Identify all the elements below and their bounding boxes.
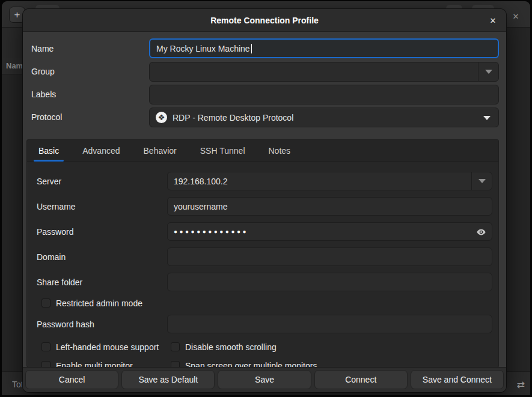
protocol-dropdown[interactable]: ❖ RDP - Remote Desktop Protocol xyxy=(149,108,499,127)
close-icon: ✕ xyxy=(513,12,519,21)
reveal-password-eye-icon[interactable] xyxy=(476,227,486,237)
tab-bar: Basic Advanced Behavior SSH Tunnel Notes xyxy=(27,140,498,162)
dialog-titlebar: Remote Connection Profile ✕ xyxy=(23,9,506,32)
domain-label: Domain xyxy=(37,252,66,262)
password-label: Password xyxy=(37,227,73,237)
chevron-down-icon xyxy=(483,116,491,120)
server-label: Server xyxy=(37,177,61,186)
name-label: Name xyxy=(31,44,54,53)
name-input-value: My Rocky Linux Machine xyxy=(156,44,250,53)
server-dropdown-button[interactable] xyxy=(471,172,492,190)
plus-icon: + xyxy=(14,9,20,21)
restricted-admin-label: Restricted admin mode xyxy=(56,299,142,308)
tab-ssh-tunnel[interactable]: SSH Tunnel xyxy=(196,140,249,162)
dialog-action-area: Cancel Save as Default Save Connect Save… xyxy=(23,367,506,392)
main-toolbar-strip xyxy=(2,28,23,58)
connect-button[interactable]: Connect xyxy=(314,370,408,389)
password-hash-label: Password hash xyxy=(37,320,94,329)
password-hash-input[interactable] xyxy=(167,315,492,333)
chevron-down-icon xyxy=(478,179,486,183)
close-icon: ✕ xyxy=(490,16,497,25)
disable-smooth-scrolling-checkbox[interactable] xyxy=(171,342,180,351)
protocol-label: Protocol xyxy=(31,112,62,122)
share-folder-label: Share folder xyxy=(37,277,82,287)
username-label: Username xyxy=(37,202,76,211)
save-button[interactable]: Save xyxy=(218,370,311,389)
group-combobox[interactable] xyxy=(149,62,499,82)
left-handed-mouse-label: Left-handed mouse support xyxy=(56,342,159,352)
server-combobox[interactable]: 192.168.100.2 xyxy=(167,172,492,190)
settings-notebook: Basic Advanced Behavior SSH Tunnel Notes… xyxy=(26,139,499,368)
group-dropdown-button[interactable] xyxy=(478,62,498,81)
text-cursor xyxy=(251,44,252,53)
rdp-protocol-icon: ❖ xyxy=(156,112,167,123)
labels-label: Labels xyxy=(31,89,56,99)
share-folder-input[interactable] xyxy=(167,273,492,291)
save-as-default-button[interactable]: Save as Default xyxy=(121,370,215,389)
password-masked-value: ●●●●●●●●●●●●● xyxy=(174,228,248,235)
left-handed-mouse-checkbox[interactable] xyxy=(41,342,50,351)
remote-connection-profile-dialog: Remote Connection Profile ✕ Name Group L… xyxy=(23,9,506,392)
username-input[interactable]: yourusername xyxy=(167,197,492,216)
cancel-button[interactable]: Cancel xyxy=(25,370,118,389)
chevron-down-icon xyxy=(485,70,492,74)
dialog-title: Remote Connection Profile xyxy=(210,16,319,25)
main-window-close-button[interactable]: ✕ xyxy=(509,10,522,23)
save-and-connect-button[interactable]: Save and Connect xyxy=(411,370,504,389)
domain-input[interactable] xyxy=(167,247,492,266)
username-value: yourusername xyxy=(174,202,228,211)
tab-notes[interactable]: Notes xyxy=(264,140,295,162)
tab-basic[interactable]: Basic xyxy=(34,140,63,162)
tab-behavior[interactable]: Behavior xyxy=(139,140,181,162)
labels-input[interactable] xyxy=(149,85,499,105)
protocol-value: RDP - Remote Desktop Protocol xyxy=(173,113,293,123)
disable-smooth-scrolling-label: Disable smooth scrolling xyxy=(185,342,277,352)
dialog-close-button[interactable]: ✕ xyxy=(486,13,500,28)
group-label: Group xyxy=(31,67,55,76)
restricted-admin-checkbox[interactable] xyxy=(41,299,50,308)
tab-advanced[interactable]: Advanced xyxy=(78,140,124,162)
password-input[interactable]: ●●●●●●●●●●●●● xyxy=(167,222,492,241)
name-input[interactable]: My Rocky Linux Machine xyxy=(149,38,499,58)
server-value: 192.168.100.2 xyxy=(174,177,228,186)
name-column-header[interactable]: Nam xyxy=(2,58,23,74)
swap-arrows-icon[interactable]: ⇄ xyxy=(517,379,525,390)
